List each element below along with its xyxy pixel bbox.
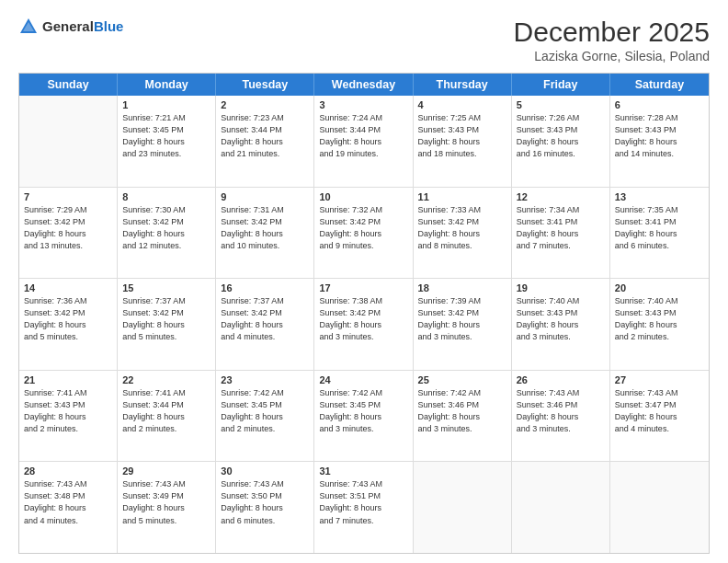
calendar-cell: 18Sunrise: 7:39 AMSunset: 3:42 PMDayligh…: [414, 279, 512, 370]
logo-icon: [18, 17, 39, 37]
calendar-header-cell: Friday: [512, 74, 610, 96]
day-number: 28: [24, 465, 112, 477]
page: General Blue December 2025 Laziska Gorne…: [0, 0, 728, 563]
day-number: 12: [517, 191, 605, 202]
cell-info: Sunrise: 7:40 AMSunset: 3:43 PMDaylight:…: [615, 295, 704, 343]
cell-info: Sunrise: 7:43 AMSunset: 3:50 PMDaylight:…: [221, 478, 309, 526]
cell-info: Sunrise: 7:32 AMSunset: 3:42 PMDaylight:…: [319, 204, 407, 252]
cell-info: Sunrise: 7:38 AMSunset: 3:42 PMDaylight:…: [319, 295, 407, 343]
calendar-cell: 14Sunrise: 7:36 AMSunset: 3:42 PMDayligh…: [19, 279, 118, 370]
calendar-header: SundayMondayTuesdayWednesdayThursdayFrid…: [19, 74, 709, 96]
calendar-header-cell: Sunday: [19, 74, 118, 96]
day-number: 16: [221, 282, 309, 293]
cell-info: Sunrise: 7:25 AMSunset: 3:43 PMDaylight:…: [418, 112, 506, 160]
cell-info: Sunrise: 7:31 AMSunset: 3:42 PMDaylight:…: [221, 204, 309, 252]
calendar-header-cell: Monday: [118, 74, 216, 96]
calendar-cell: 23Sunrise: 7:42 AMSunset: 3:45 PMDayligh…: [216, 371, 314, 462]
day-number: 30: [221, 465, 309, 477]
calendar-body: 1Sunrise: 7:21 AMSunset: 3:45 PMDaylight…: [19, 96, 709, 553]
cell-info: Sunrise: 7:43 AMSunset: 3:47 PMDaylight:…: [615, 387, 704, 435]
calendar-cell: 17Sunrise: 7:38 AMSunset: 3:42 PMDayligh…: [314, 279, 413, 370]
calendar-cell: 29Sunrise: 7:43 AMSunset: 3:49 PMDayligh…: [118, 462, 216, 553]
main-title: December 2025: [514, 17, 710, 47]
logo-general: General: [42, 19, 94, 35]
calendar-row: 7Sunrise: 7:29 AMSunset: 3:42 PMDaylight…: [19, 188, 709, 280]
calendar-cell: 16Sunrise: 7:37 AMSunset: 3:42 PMDayligh…: [216, 279, 314, 370]
cell-info: Sunrise: 7:37 AMSunset: 3:42 PMDaylight:…: [122, 295, 210, 343]
calendar-cell: 26Sunrise: 7:43 AMSunset: 3:46 PMDayligh…: [512, 371, 610, 462]
calendar-cell: 2Sunrise: 7:23 AMSunset: 3:44 PMDaylight…: [216, 96, 314, 187]
calendar-cell: [610, 462, 709, 553]
calendar: SundayMondayTuesdayWednesdayThursdayFrid…: [18, 73, 710, 554]
calendar-cell: 11Sunrise: 7:33 AMSunset: 3:42 PMDayligh…: [414, 188, 512, 279]
day-number: 19: [517, 282, 605, 293]
cell-info: Sunrise: 7:29 AMSunset: 3:42 PMDaylight:…: [24, 204, 112, 252]
calendar-cell: 10Sunrise: 7:32 AMSunset: 3:42 PMDayligh…: [314, 188, 413, 279]
logo: General Blue: [18, 17, 123, 37]
calendar-cell: 1Sunrise: 7:21 AMSunset: 3:45 PMDaylight…: [118, 96, 216, 187]
header: General Blue December 2025 Laziska Gorne…: [18, 17, 710, 63]
day-number: 23: [221, 374, 309, 385]
cell-info: Sunrise: 7:40 AMSunset: 3:43 PMDaylight:…: [517, 295, 605, 343]
day-number: 24: [319, 374, 407, 385]
day-number: 14: [24, 282, 112, 293]
cell-info: Sunrise: 7:42 AMSunset: 3:45 PMDaylight:…: [319, 387, 407, 435]
calendar-cell: [19, 96, 118, 187]
cell-info: Sunrise: 7:42 AMSunset: 3:45 PMDaylight:…: [221, 387, 309, 435]
calendar-cell: 15Sunrise: 7:37 AMSunset: 3:42 PMDayligh…: [118, 279, 216, 370]
day-number: 17: [319, 282, 407, 293]
calendar-header-cell: Tuesday: [216, 74, 314, 96]
cell-info: Sunrise: 7:43 AMSunset: 3:46 PMDaylight:…: [517, 387, 605, 435]
calendar-row: 21Sunrise: 7:41 AMSunset: 3:43 PMDayligh…: [19, 371, 709, 463]
cell-info: Sunrise: 7:43 AMSunset: 3:48 PMDaylight:…: [24, 478, 112, 526]
calendar-cell: 7Sunrise: 7:29 AMSunset: 3:42 PMDaylight…: [19, 188, 118, 279]
cell-info: Sunrise: 7:33 AMSunset: 3:42 PMDaylight:…: [418, 204, 506, 252]
cell-info: Sunrise: 7:36 AMSunset: 3:42 PMDaylight:…: [24, 295, 112, 343]
cell-info: Sunrise: 7:41 AMSunset: 3:44 PMDaylight:…: [122, 387, 210, 435]
day-number: 29: [122, 465, 210, 477]
calendar-cell: 5Sunrise: 7:26 AMSunset: 3:43 PMDaylight…: [512, 96, 610, 187]
day-number: 26: [517, 374, 605, 385]
cell-info: Sunrise: 7:41 AMSunset: 3:43 PMDaylight:…: [24, 387, 112, 435]
calendar-cell: 20Sunrise: 7:40 AMSunset: 3:43 PMDayligh…: [610, 279, 709, 370]
day-number: 9: [221, 191, 309, 202]
day-number: 15: [122, 282, 210, 293]
cell-info: Sunrise: 7:26 AMSunset: 3:43 PMDaylight:…: [517, 112, 605, 160]
calendar-cell: [512, 462, 610, 553]
cell-info: Sunrise: 7:43 AMSunset: 3:49 PMDaylight:…: [122, 478, 210, 526]
logo-text: General Blue: [42, 19, 123, 35]
cell-info: Sunrise: 7:43 AMSunset: 3:51 PMDaylight:…: [319, 478, 407, 526]
title-block: December 2025 Laziska Gorne, Silesia, Po…: [514, 17, 710, 63]
calendar-cell: 19Sunrise: 7:40 AMSunset: 3:43 PMDayligh…: [512, 279, 610, 370]
calendar-cell: 22Sunrise: 7:41 AMSunset: 3:44 PMDayligh…: [118, 371, 216, 462]
day-number: 13: [615, 191, 704, 202]
cell-info: Sunrise: 7:23 AMSunset: 3:44 PMDaylight:…: [221, 112, 309, 160]
day-number: 27: [615, 374, 704, 385]
calendar-cell: 30Sunrise: 7:43 AMSunset: 3:50 PMDayligh…: [216, 462, 314, 553]
calendar-cell: 9Sunrise: 7:31 AMSunset: 3:42 PMDaylight…: [216, 188, 314, 279]
cell-info: Sunrise: 7:21 AMSunset: 3:45 PMDaylight:…: [122, 112, 210, 160]
calendar-cell: 4Sunrise: 7:25 AMSunset: 3:43 PMDaylight…: [414, 96, 512, 187]
day-number: 25: [418, 374, 506, 385]
day-number: 2: [221, 99, 309, 110]
calendar-cell: 12Sunrise: 7:34 AMSunset: 3:41 PMDayligh…: [512, 188, 610, 279]
calendar-header-cell: Thursday: [414, 74, 512, 96]
day-number: 1: [122, 99, 210, 110]
calendar-row: 14Sunrise: 7:36 AMSunset: 3:42 PMDayligh…: [19, 279, 709, 371]
calendar-cell: 28Sunrise: 7:43 AMSunset: 3:48 PMDayligh…: [19, 462, 118, 553]
cell-info: Sunrise: 7:24 AMSunset: 3:44 PMDaylight:…: [319, 112, 407, 160]
day-number: 8: [122, 191, 210, 202]
calendar-cell: 8Sunrise: 7:30 AMSunset: 3:42 PMDaylight…: [118, 188, 216, 279]
calendar-cell: 31Sunrise: 7:43 AMSunset: 3:51 PMDayligh…: [314, 462, 413, 553]
calendar-cell: 25Sunrise: 7:42 AMSunset: 3:46 PMDayligh…: [414, 371, 512, 462]
calendar-cell: 13Sunrise: 7:35 AMSunset: 3:41 PMDayligh…: [610, 188, 709, 279]
sub-title: Laziska Gorne, Silesia, Poland: [514, 49, 710, 63]
cell-info: Sunrise: 7:35 AMSunset: 3:41 PMDaylight:…: [615, 204, 704, 252]
calendar-header-cell: Saturday: [610, 74, 709, 96]
calendar-cell: 21Sunrise: 7:41 AMSunset: 3:43 PMDayligh…: [19, 371, 118, 462]
calendar-cell: 24Sunrise: 7:42 AMSunset: 3:45 PMDayligh…: [314, 371, 413, 462]
day-number: 20: [615, 282, 704, 293]
cell-info: Sunrise: 7:39 AMSunset: 3:42 PMDaylight:…: [418, 295, 506, 343]
day-number: 3: [319, 99, 407, 110]
day-number: 4: [418, 99, 506, 110]
